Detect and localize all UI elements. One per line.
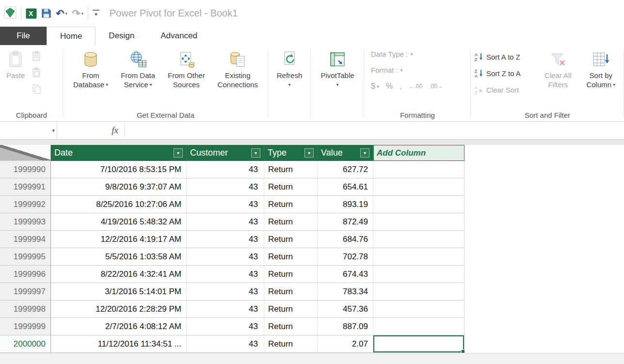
column-header-date[interactable]: Date▾ <box>51 145 187 161</box>
cell-customer[interactable]: 43 <box>187 266 264 283</box>
tab-file[interactable]: File <box>0 27 47 45</box>
tab-home[interactable]: Home <box>47 27 96 45</box>
cell-type[interactable]: Return <box>264 248 318 266</box>
paste-replace-icon[interactable] <box>31 66 43 79</box>
cell-add-column[interactable] <box>373 213 464 231</box>
paste-append-icon[interactable] <box>31 50 43 63</box>
cell-type[interactable]: Return <box>264 283 318 301</box>
cell-value[interactable]: 872.49 <box>318 213 373 231</box>
cell-customer[interactable]: 43 <box>187 231 264 248</box>
increase-decimal-icon[interactable]: ←.00 <box>409 83 423 90</box>
filter-dropdown-icon[interactable]: ▾ <box>174 148 183 158</box>
cell-value[interactable]: 893.19 <box>318 196 373 213</box>
bottom-scroll-strip[interactable] <box>0 353 624 364</box>
cell-customer[interactable]: 43 <box>187 178 264 196</box>
cell-date[interactable]: 5/5/2016 1:03:58 AM <box>51 248 187 266</box>
cell-add-column[interactable] <box>373 266 464 283</box>
sort-z-to-a-button[interactable]: ZA Sort Z to A <box>475 66 538 80</box>
cell-customer[interactable]: 43 <box>187 318 264 335</box>
row-header[interactable]: 1999994 <box>0 231 51 248</box>
tab-advanced[interactable]: Advanced <box>147 27 210 45</box>
select-all-corner[interactable] <box>0 145 51 161</box>
name-box-caret-icon[interactable]: ▾ <box>52 127 55 134</box>
cell-date[interactable]: 12/20/2016 2:28:29 PM <box>51 301 187 318</box>
column-header-type[interactable]: Type▾ <box>264 145 318 161</box>
row-header[interactable]: 1999999 <box>0 318 51 335</box>
cell-customer[interactable]: 43 <box>187 335 264 353</box>
filter-dropdown-icon[interactable]: ▾ <box>251 148 260 158</box>
cell-customer[interactable]: 43 <box>187 301 264 318</box>
thousands-separator-icon[interactable]: , <box>400 82 401 91</box>
cell-type[interactable]: Return <box>264 266 318 283</box>
cell-date[interactable]: 9/8/2016 9:37:07 AM <box>51 178 187 196</box>
cell-add-column[interactable] <box>373 318 464 335</box>
save-icon[interactable] <box>41 8 51 18</box>
filter-dropdown-icon[interactable]: ▾ <box>360 148 369 158</box>
copy-icon[interactable] <box>31 83 43 95</box>
cell-add-column[interactable] <box>373 178 464 196</box>
cell-add-column[interactable] <box>373 161 464 178</box>
decrease-decimal-icon[interactable]: .00→ <box>429 83 443 90</box>
cell-add-column[interactable] <box>373 231 464 248</box>
cell-value[interactable]: 627.72 <box>318 161 373 178</box>
cell-type[interactable]: Return <box>264 161 318 178</box>
cell-date[interactable]: 3/1/2016 5:14:01 PM <box>51 283 187 301</box>
cell-add-column-selected[interactable] <box>373 335 464 353</box>
from-other-sources-button[interactable]: From Other Sources <box>165 48 208 111</box>
cell-add-column[interactable] <box>373 248 464 266</box>
insert-function-button[interactable]: fx <box>106 122 124 139</box>
paste-button[interactable]: Paste <box>4 48 27 111</box>
cell-customer[interactable]: 43 <box>187 196 264 213</box>
percent-format-icon[interactable]: % <box>386 82 393 91</box>
row-header[interactable]: 1999996 <box>0 266 51 283</box>
row-header[interactable]: 1999995 <box>0 248 51 266</box>
refresh-button[interactable]: Refresh ▾ <box>274 48 305 111</box>
cell-date[interactable]: 8/25/2016 10:27:06 AM <box>51 196 187 213</box>
redo-icon[interactable]: ↷▾ <box>72 8 83 18</box>
row-header[interactable]: 1999998 <box>0 301 51 318</box>
cell-date[interactable]: 11/12/2016 11:34:51 ... <box>51 335 187 353</box>
row-header[interactable]: 2000000 <box>0 335 51 353</box>
filter-dropdown-icon[interactable]: ▾ <box>304 148 314 158</box>
cell-type[interactable]: Return <box>264 318 318 335</box>
row-header[interactable]: 1999991 <box>0 178 51 196</box>
cell-customer[interactable]: 43 <box>187 283 264 301</box>
cell-value[interactable]: 702.78 <box>318 248 373 266</box>
row-header[interactable]: 1999990 <box>0 161 51 178</box>
cell-value[interactable]: 457.36 <box>318 301 373 318</box>
tab-design[interactable]: Design <box>96 27 147 45</box>
name-box[interactable]: ▾ <box>0 122 57 139</box>
excel-switch-icon[interactable]: X <box>26 8 37 19</box>
qat-customize-icon[interactable]: ▾ <box>93 10 99 17</box>
redo-caret-icon[interactable]: ▾ <box>81 11 84 16</box>
cell-add-column[interactable] <box>373 283 464 301</box>
clear-sort-button[interactable]: AZ✕ Clear Sort <box>475 83 538 96</box>
sort-by-column-button[interactable]: Sort by Column▾ <box>578 48 624 111</box>
undo-caret-icon[interactable]: ▾ <box>65 11 68 16</box>
column-header-value[interactable]: Value▾ <box>318 145 373 161</box>
cell-customer[interactable]: 43 <box>187 248 264 266</box>
row-header[interactable]: 1999997 <box>0 283 51 301</box>
cell-type[interactable]: Return <box>264 335 318 353</box>
currency-format-icon[interactable]: $▾ <box>371 82 379 91</box>
undo-icon[interactable]: ↶▾ <box>56 8 67 18</box>
cell-date[interactable]: 8/22/2016 4:32:41 AM <box>51 266 187 283</box>
cell-add-column[interactable] <box>373 196 464 213</box>
row-header[interactable]: 1999992 <box>0 196 51 213</box>
cell-date[interactable]: 2/7/2016 4:08:12 AM <box>51 318 187 335</box>
cell-customer[interactable]: 43 <box>187 161 264 178</box>
data-type-dropdown[interactable]: Data Type : ▾ <box>371 48 471 60</box>
clear-all-filters-button[interactable]: Clear All Filters <box>538 48 578 111</box>
column-header-add-column[interactable]: Add Column <box>373 145 464 161</box>
from-database-button[interactable]: From Database▾ <box>71 48 111 111</box>
existing-connections-button[interactable]: Existing Connections <box>215 48 260 111</box>
cell-date[interactable]: 12/2/2016 4:19:17 AM <box>51 231 187 248</box>
pivottable-button[interactable]: PivotTable ▾ <box>318 48 356 111</box>
cell-value[interactable]: 674.43 <box>318 266 373 283</box>
from-data-service-button[interactable]: From Data Service▾ <box>118 48 158 111</box>
cell-value[interactable]: 887.09 <box>318 318 373 335</box>
cell-value[interactable]: 684.76 <box>318 231 373 248</box>
column-header-customer[interactable]: Customer▾ <box>187 145 264 161</box>
formula-input[interactable] <box>125 122 624 139</box>
sort-a-to-z-button[interactable]: AZ Sort A to Z <box>475 50 538 63</box>
